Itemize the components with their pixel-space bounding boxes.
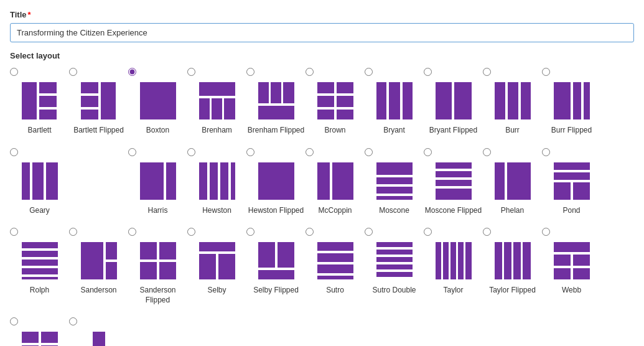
layout-item-moscone-flipped[interactable]: Moscone Flipped [424, 147, 483, 216]
radio-burr[interactable] [483, 68, 491, 76]
radio-rolph[interactable] [10, 228, 18, 236]
layout-item-sutro-double[interactable]: Sutro Double [365, 227, 424, 305]
title-input[interactable] [10, 23, 634, 42]
radio-webb-flipped[interactable] [10, 317, 18, 325]
layout-item-hewston[interactable]: Hewston [187, 147, 246, 216]
layout-item-whelan[interactable]: Whelan [69, 316, 128, 346]
radio-harris[interactable] [128, 148, 136, 156]
radio-sanderson-flipped[interactable] [128, 228, 136, 236]
layout-item-harris[interactable]: Harris [128, 147, 187, 216]
layout-item-selby[interactable]: Selby [187, 227, 246, 305]
layout-item-sanderson[interactable]: Sanderson [69, 227, 128, 305]
radio-whelan[interactable] [69, 317, 77, 325]
svg-rect-75 [140, 242, 157, 260]
layout-item-geary[interactable]: Geary [10, 147, 69, 216]
radio-taylor[interactable] [424, 228, 432, 236]
svg-rect-51 [317, 162, 330, 200]
label-moscone: Moscone [379, 206, 409, 216]
icon-mccoppin [317, 162, 354, 200]
layout-item-webb-flipped[interactable]: Webb Flipped [10, 316, 69, 346]
layout-item-brenham[interactable]: Brenham [187, 67, 246, 136]
layout-item-selby-flipped[interactable]: Selby Flipped [246, 227, 306, 305]
label-boxton: Boxton [146, 126, 169, 136]
layout-item-webb[interactable]: Webb [542, 227, 601, 305]
radio-boxton[interactable] [128, 68, 136, 76]
icon-boxton [139, 82, 177, 120]
radio-brown[interactable] [306, 68, 314, 76]
radio-selby[interactable] [187, 228, 195, 236]
radio-burr-flipped[interactable] [542, 68, 550, 76]
layout-item-bryant[interactable]: Bryant [365, 67, 424, 136]
radio-brenham-flipped[interactable] [246, 68, 254, 76]
svg-rect-103 [554, 242, 590, 252]
label-brown: Brown [324, 126, 345, 136]
layout-item-sanderson-flipped[interactable]: Sanderson Flipped [128, 227, 187, 305]
label-phelan: Phelan [501, 206, 524, 216]
radio-mccoppin[interactable] [306, 148, 314, 156]
layout-item-sutro[interactable]: Sutro [306, 227, 365, 305]
radio-brenham[interactable] [187, 68, 195, 76]
svg-rect-68 [22, 251, 58, 257]
radio-hewston[interactable] [187, 148, 195, 156]
layout-item-bryant-flipped[interactable]: Bryant Flipped [424, 67, 483, 136]
icon-sutro [317, 241, 354, 280]
layout-item-bartlett-flipped[interactable]: Bartlett Flipped [69, 67, 128, 136]
svg-rect-2 [39, 96, 57, 107]
svg-rect-50 [286, 162, 294, 200]
svg-rect-101 [513, 242, 521, 279]
svg-rect-30 [521, 82, 531, 119]
radio-taylor-flipped[interactable] [483, 228, 491, 236]
radio-pond[interactable] [542, 148, 550, 156]
layout-item-bartlett[interactable]: Bartlett [10, 67, 69, 136]
svg-rect-16 [258, 106, 294, 119]
radio-bartlett[interactable] [10, 68, 18, 76]
layout-item-taylor-flipped[interactable]: Taylor Flipped [483, 227, 542, 305]
svg-rect-13 [258, 82, 269, 103]
label-bartlett-flipped: Bartlett Flipped [73, 126, 124, 136]
svg-rect-97 [458, 242, 464, 279]
radio-sutro-double[interactable] [365, 228, 373, 236]
svg-rect-27 [454, 82, 472, 119]
layout-item-pond[interactable]: Pond [542, 147, 601, 216]
label-moscone-flipped: Moscone Flipped [425, 206, 482, 216]
layout-item-brown[interactable]: Brown [306, 67, 365, 136]
layout-item-brenham-flipped[interactable]: Brenham Flipped [246, 67, 306, 136]
icon-webb [553, 241, 590, 280]
radio-bryant-flipped[interactable] [424, 68, 432, 76]
svg-rect-12 [224, 98, 235, 119]
radio-geary[interactable] [10, 148, 18, 156]
radio-hewston-flipped[interactable] [246, 148, 254, 156]
svg-rect-64 [554, 172, 590, 180]
icon-bryant-flipped [435, 82, 472, 120]
icon-phelan [494, 162, 531, 200]
icon-whelan [80, 331, 118, 346]
svg-rect-81 [218, 254, 235, 279]
svg-rect-41 [220, 162, 228, 200]
radio-sanderson[interactable] [69, 228, 77, 236]
svg-rect-9 [199, 82, 235, 96]
layout-item-burr[interactable]: Burr [483, 67, 542, 136]
radio-selby-flipped[interactable] [246, 228, 254, 236]
radio-moscone[interactable] [365, 148, 373, 156]
radio-sutro[interactable] [306, 228, 314, 236]
svg-rect-38 [166, 162, 176, 200]
radio-webb[interactable] [542, 228, 550, 236]
layout-item-moscone[interactable]: Moscone [365, 147, 424, 216]
radio-bartlett-flipped[interactable] [69, 68, 77, 76]
layout-item-hewston-flipped[interactable]: Hewston Flipped [246, 147, 306, 216]
icon-geary [21, 162, 58, 200]
svg-rect-99 [495, 242, 502, 279]
svg-rect-73 [106, 242, 117, 260]
layout-item-boxton[interactable]: Boxton [128, 67, 187, 136]
radio-moscone-flipped[interactable] [424, 148, 432, 156]
layout-item-rolph[interactable]: Rolph [10, 227, 69, 305]
layout-item-taylor[interactable]: Taylor [424, 227, 483, 305]
svg-rect-91 [376, 257, 413, 262]
layout-item-mccoppin[interactable]: McCoppin [306, 147, 365, 216]
layout-item-burr-flipped[interactable]: Burr Flipped [542, 67, 601, 136]
radio-bryant[interactable] [365, 68, 373, 76]
layout-item-phelan[interactable]: Phelan [483, 147, 542, 216]
radio-phelan[interactable] [483, 148, 491, 156]
label-brenham-flipped: Brenham Flipped [248, 126, 304, 136]
svg-rect-35 [32, 162, 44, 200]
